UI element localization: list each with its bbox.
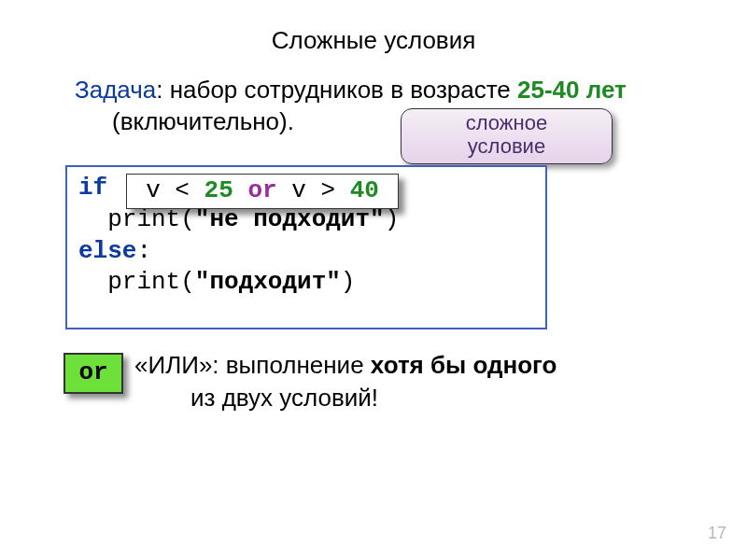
condition-blank: v < 25 or v > 40 — [126, 174, 399, 209]
slide: Сложные условия Задача: набор сотруднико… — [0, 0, 747, 560]
kw-else: else — [78, 237, 136, 265]
blank-sp2 — [277, 176, 292, 204]
task-label: Задача — [75, 76, 156, 104]
blank-n2: 40 — [350, 176, 379, 204]
task-age: 25-40 лет — [517, 76, 627, 104]
blank-sp1 — [233, 176, 248, 204]
or-badge: or — [63, 353, 123, 394]
or-text-line2: из двух условий! — [134, 384, 378, 412]
slide-title: Сложные условия — [0, 26, 747, 55]
blank-gt: > — [306, 176, 350, 204]
or-text-bold: хотя бы одного — [371, 351, 557, 379]
code-str1: "не подходит" — [195, 205, 385, 233]
code-print1-pre: print( — [78, 205, 195, 233]
callout-line1: сложное — [466, 111, 547, 134]
task-text-2: (включительно). — [75, 107, 294, 135]
task-sep: : — [156, 76, 169, 104]
code-str2: "подходит" — [195, 268, 341, 296]
or-explanation: «ИЛИ»: выполнение хотя бы одного из двух… — [134, 349, 691, 414]
blank-v1: v — [146, 176, 161, 204]
task-text-1: набор сотрудников в возрасте — [170, 76, 517, 104]
code-print2-post: ) — [341, 268, 356, 296]
callout-line2: условие — [468, 134, 545, 158]
page-number: 17 — [708, 524, 726, 543]
blank-lt: < — [161, 176, 204, 204]
blank-v2: v — [291, 176, 306, 204]
code-colon2: : — [136, 237, 151, 265]
kw-if: if — [78, 174, 107, 202]
blank-n1: 25 — [204, 176, 233, 204]
code-print2-pre: print( — [78, 268, 195, 296]
or-text-line1a: «ИЛИ»: выполнение — [134, 351, 371, 379]
blank-or: or — [247, 176, 276, 204]
code-print1-post: ) — [385, 205, 400, 233]
callout-complex-condition: сложное условие — [401, 108, 613, 164]
